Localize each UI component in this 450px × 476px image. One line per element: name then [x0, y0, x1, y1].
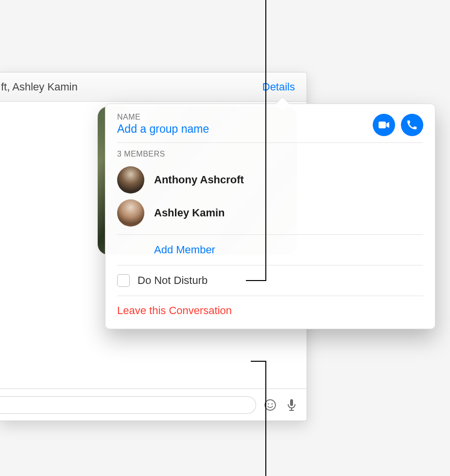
- member-row[interactable]: Ashley Kamin: [117, 196, 423, 229]
- svg-rect-3: [290, 399, 293, 406]
- window-titlebar: ft, Ashley Kamin Details: [0, 72, 307, 102]
- svg-point-2: [271, 403, 273, 405]
- dnd-label: Do Not Disturb: [138, 274, 208, 287]
- member-name: Ashley Kamin: [154, 207, 225, 219]
- popover-header: NAME Add a group name: [117, 113, 423, 142]
- leave-conversation-link[interactable]: Leave this Conversation: [117, 304, 232, 317]
- callout-line: [265, 0, 266, 281]
- do-not-disturb-row: Do Not Disturb: [117, 265, 423, 296]
- leave-conversation-row: Leave this Conversation: [117, 296, 423, 325]
- member-name: Anthony Ashcroft: [154, 174, 244, 186]
- callout-line: [265, 361, 266, 476]
- audio-call-button[interactable]: [401, 114, 423, 136]
- message-input-bar: [0, 388, 307, 421]
- dnd-checkbox[interactable]: [117, 274, 130, 287]
- message-input[interactable]: [0, 396, 256, 414]
- video-call-button[interactable]: [373, 114, 395, 136]
- avatar: [117, 166, 144, 194]
- members-section-label: 3 MEMBERS: [117, 143, 423, 163]
- add-member-link[interactable]: Add Member: [154, 244, 215, 256]
- svg-rect-6: [379, 122, 386, 128]
- add-member-row: Add Member: [117, 234, 423, 265]
- callout-line: [246, 280, 266, 281]
- member-row[interactable]: Anthony Ashcroft: [117, 163, 423, 196]
- call-buttons: [373, 113, 423, 136]
- name-section-label: NAME: [117, 113, 209, 122]
- avatar: [117, 199, 144, 227]
- callout-line: [251, 361, 266, 362]
- conversation-title: ft, Ashley Kamin: [0, 81, 78, 93]
- svg-point-0: [265, 400, 276, 410]
- microphone-icon[interactable]: [284, 398, 299, 412]
- svg-point-1: [268, 403, 269, 405]
- add-group-name-link[interactable]: Add a group name: [117, 123, 209, 142]
- details-popover: NAME Add a group name 3 MEMBERS Anthony …: [105, 104, 435, 329]
